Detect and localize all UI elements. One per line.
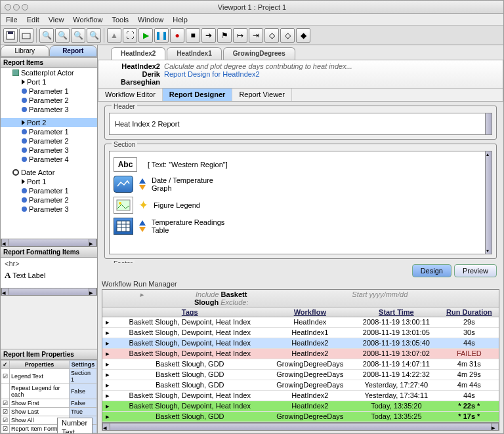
tree-scrollbar[interactable]: ◂▸ bbox=[1, 239, 97, 247]
props-table[interactable]: ✓PropertiesSettings ☑Legend TextSection … bbox=[1, 360, 97, 433]
flag-icon[interactable]: ⚑ bbox=[217, 28, 232, 43]
wrm-row[interactable]: ▸Baskett Slough, GDDGrowingDegreeDays200… bbox=[102, 370, 499, 380]
section-item-text[interactable]: Abc [ Text: "Western Region"] bbox=[114, 155, 481, 174]
wrm-row[interactable]: ▸Baskett Slough, GDDGrowingDegreeDaysTod… bbox=[102, 412, 499, 422]
tree-par[interactable]: Parameter 1 bbox=[29, 128, 69, 136]
wrm-row[interactable]: ▸Baskett Slough, Dewpoint, Heat IndexHea… bbox=[102, 328, 499, 338]
step-icon[interactable]: ↦ bbox=[233, 28, 247, 43]
fmt-scrollbar[interactable]: ◂▸ bbox=[1, 288, 97, 296]
section-label: Date / Temperature bbox=[152, 176, 213, 184]
stop-icon[interactable]: ■ bbox=[186, 28, 200, 43]
fmt-textlabel[interactable]: Text Label bbox=[12, 271, 45, 279]
format-dropdown[interactable]: Number Text Table bbox=[57, 418, 93, 433]
menu-workflow[interactable]: Workflow bbox=[73, 16, 102, 24]
move-down-icon[interactable] bbox=[139, 227, 146, 232]
tree-port2[interactable]: Port 2 bbox=[27, 119, 46, 127]
tree-par[interactable]: Parameter 3 bbox=[29, 106, 69, 113]
section-item-table[interactable]: Temperature ReadingsTable bbox=[114, 216, 481, 237]
tree-date[interactable]: Date Actor bbox=[21, 168, 54, 176]
tab-library[interactable]: Library bbox=[1, 45, 49, 57]
wrm-row[interactable]: ▸Baskett Slough, Dewpoint, Heat IndexHea… bbox=[102, 338, 499, 349]
menu-tools[interactable]: Tools bbox=[112, 16, 129, 24]
move-down-icon[interactable] bbox=[139, 185, 146, 190]
zoom-fit-icon[interactable]: 🔍 bbox=[55, 28, 70, 43]
diamond-icon[interactable]: ◆ bbox=[296, 28, 310, 43]
subtab-report-designer[interactable]: Report Designer bbox=[163, 89, 233, 101]
out1-icon[interactable]: ◇ bbox=[264, 28, 279, 43]
tree-par[interactable]: Parameter 1 bbox=[29, 87, 69, 95]
dd-number[interactable]: Number bbox=[58, 418, 92, 427]
hdr-link[interactable]: Report Design for HeatIndex2 bbox=[164, 70, 260, 86]
fmt-hr[interactable]: <hr> bbox=[5, 260, 93, 267]
prop-value[interactable]: False bbox=[69, 399, 96, 408]
tree-par[interactable]: Parameter 4 bbox=[29, 155, 69, 163]
tree-par[interactable]: Parameter 2 bbox=[29, 96, 69, 104]
rtab-heatindex2[interactable]: HeatIndex2 bbox=[111, 47, 165, 60]
tree-par[interactable]: Parameter 3 bbox=[29, 146, 69, 154]
section-item-graph[interactable]: Date / TemperatureGraph bbox=[114, 174, 481, 195]
menu-view[interactable]: View bbox=[49, 16, 64, 24]
dd-text[interactable]: Text bbox=[58, 427, 92, 433]
ff-icon[interactable]: ⇥ bbox=[249, 28, 263, 43]
move-up-icon[interactable] bbox=[139, 220, 146, 226]
section-scrollbar[interactable] bbox=[485, 151, 492, 254]
record-icon[interactable]: ● bbox=[170, 28, 184, 43]
wrm-row[interactable]: ▸Baskett Slough, Dewpoint, Heat IndexHea… bbox=[102, 391, 499, 401]
col-starttime[interactable]: Start Time bbox=[353, 307, 440, 317]
menu-file[interactable]: File bbox=[6, 16, 18, 24]
wrm-row[interactable]: ▸Baskett Slough, GDDGrowingDegreeDaysYes… bbox=[102, 380, 499, 391]
open-icon[interactable] bbox=[19, 28, 33, 43]
dot-icon bbox=[22, 197, 27, 203]
expand-icon[interactable]: ⛶ bbox=[123, 28, 137, 43]
wrm-row[interactable]: ▸Baskett Slough, Dewpoint, Heat IndexHea… bbox=[102, 317, 499, 328]
rtab-heatindex1[interactable]: HeatIndex1 bbox=[167, 47, 221, 60]
filter-start[interactable]: Start yyyy/mm/dd bbox=[352, 290, 408, 298]
tree-port1b[interactable]: Port 1 bbox=[27, 178, 46, 186]
save-icon[interactable] bbox=[3, 28, 18, 43]
menu-edit[interactable]: Edit bbox=[27, 16, 39, 24]
wrm-row[interactable]: ▸Baskett Slough, Dewpoint, Heat IndexHea… bbox=[102, 349, 499, 359]
header-textbox[interactable]: Heat Index 2 Report bbox=[109, 113, 492, 135]
col-workflow[interactable]: Workflow bbox=[267, 307, 354, 317]
zoom-out-icon[interactable]: 🔍 bbox=[87, 28, 101, 43]
wrm-scrollbar[interactable]: ◂▸ bbox=[102, 423, 499, 431]
col-duration[interactable]: Run Duration bbox=[440, 307, 499, 317]
subtab-report-viewer[interactable]: Report Viewer bbox=[232, 89, 292, 101]
prop-value[interactable]: False bbox=[69, 384, 96, 399]
tree-par[interactable]: Parameter 1 bbox=[29, 187, 69, 195]
preview-button[interactable]: Preview bbox=[454, 264, 497, 277]
col-tags[interactable]: Tags bbox=[113, 307, 267, 317]
tree-par[interactable]: Parameter 2 bbox=[29, 196, 69, 204]
pause-icon[interactable]: ❚❚ bbox=[154, 28, 169, 43]
tri-up-icon[interactable]: ▲ bbox=[107, 28, 121, 43]
wrm-row[interactable]: ▸Baskett Slough, Dewpoint, Heat IndexHea… bbox=[102, 401, 499, 412]
table-icon bbox=[114, 218, 133, 235]
scrollbar-icon[interactable] bbox=[485, 113, 492, 134]
menu-window[interactable]: Window bbox=[138, 16, 163, 24]
wrm-expand-icon[interactable]: ▸ bbox=[102, 290, 182, 307]
prop-value[interactable]: Section 1 bbox=[69, 369, 96, 384]
move-up-icon[interactable] bbox=[139, 178, 146, 184]
zoom-traffic-light[interactable] bbox=[22, 4, 28, 10]
tab-report[interactable]: Report bbox=[49, 45, 98, 57]
tree-par[interactable]: Parameter 2 bbox=[29, 137, 69, 145]
report-items-tree[interactable]: Scatterplot Actor Port 1 Parameter 1 Par… bbox=[1, 68, 97, 239]
menu-help[interactable]: Help bbox=[173, 16, 188, 24]
zoom-in-icon[interactable]: 🔍 bbox=[39, 28, 54, 43]
min-traffic-light[interactable] bbox=[13, 4, 20, 10]
out2-icon[interactable]: ◇ bbox=[280, 28, 295, 43]
tree-port1[interactable]: Port 1 bbox=[27, 78, 46, 86]
subtab-workflow-editor[interactable]: Workflow Editor bbox=[98, 89, 163, 101]
rtab-growingdegrees[interactable]: GrowingDegrees bbox=[223, 47, 295, 60]
tree-par[interactable]: Parameter 3 bbox=[29, 205, 69, 213]
prop-value[interactable]: True bbox=[69, 408, 96, 416]
tree-scatter[interactable]: Scatterplot Actor bbox=[21, 69, 74, 77]
next-icon[interactable]: ➔ bbox=[201, 28, 216, 43]
wrm-row[interactable]: ▸Baskett Slough, GDDGrowingDegreeDays200… bbox=[102, 359, 499, 370]
section-item-legend[interactable]: ✦ Figure Legend bbox=[114, 195, 481, 216]
zoom-reset-icon[interactable]: 🔍 bbox=[71, 28, 85, 43]
play-icon[interactable]: ▶ bbox=[138, 28, 153, 43]
close-traffic-light[interactable] bbox=[5, 4, 11, 10]
design-button[interactable]: Design bbox=[412, 264, 452, 277]
hdr-desc: Calculate and plot degree days contribut… bbox=[164, 62, 352, 70]
